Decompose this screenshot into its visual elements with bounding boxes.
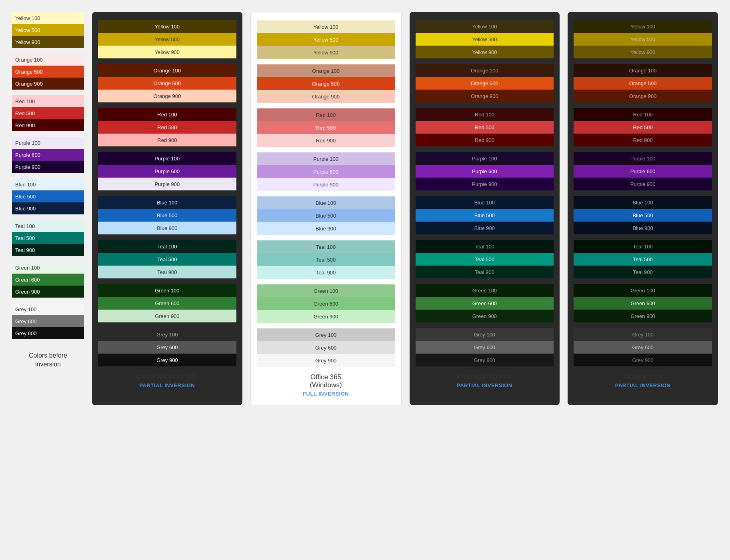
before-swatch: Orange 100 [12, 54, 84, 66]
color-swatch: Teal 500 [574, 253, 712, 266]
column-subtitle: PARTIAL INVERSION [574, 382, 712, 388]
color-swatch: Purple 600 [416, 165, 554, 178]
color-swatch: Green 900 [257, 310, 395, 323]
color-swatch: Blue 100 [98, 196, 236, 209]
column-title: Office 365 (mac OS) [98, 373, 236, 381]
color-swatch: Blue 500 [416, 209, 554, 222]
group-3: Purple 100Purple 600Purple 900 [257, 152, 395, 191]
color-swatch: Yellow 100 [416, 20, 554, 33]
color-swatch: Green 100 [416, 284, 554, 297]
color-swatch: Grey 600 [574, 341, 712, 354]
before-swatches: Yellow 100Yellow 500Yellow 900Orange 100… [12, 12, 84, 339]
color-swatch: Teal 100 [257, 240, 395, 253]
color-swatch: Green 600 [98, 297, 236, 310]
color-swatch: Orange 900 [574, 90, 712, 102]
before-swatch: Yellow 100 [12, 12, 84, 24]
group-6: Green 100Green 600Green 900 [574, 284, 712, 322]
before-swatch: Red 500 [12, 107, 84, 119]
before-group-grey: Grey 100Grey 600Grey 900 [12, 303, 84, 339]
color-swatch: Blue 900 [574, 222, 712, 234]
before-swatch: Grey 600 [12, 315, 84, 327]
before-swatch: Purple 100 [12, 137, 84, 149]
group-4: Blue 100Blue 500Blue 900 [257, 196, 395, 235]
column-footer: Office 365 (mac OS)PARTIAL INVERSION [98, 373, 236, 388]
color-swatch: Yellow 900 [416, 46, 554, 58]
color-swatch: Purple 600 [98, 165, 236, 178]
color-swatch: Grey 600 [257, 341, 395, 354]
color-swatch: Blue 900 [98, 222, 236, 234]
color-swatch: Orange 500 [416, 77, 554, 90]
color-swatch: Yellow 500 [98, 33, 236, 46]
group-2: Red 100Red 500Red 900 [98, 108, 236, 146]
group-3: Purple 100Purple 600Purple 900 [574, 152, 712, 190]
before-swatch: Red 100 [12, 95, 84, 107]
color-swatch: Yellow 900 [257, 46, 395, 59]
color-swatch: Red 900 [98, 134, 236, 146]
before-swatch: Orange 500 [12, 66, 84, 78]
color-swatch: Red 900 [416, 134, 554, 146]
color-swatch: Green 600 [574, 297, 712, 310]
color-swatch: Yellow 100 [98, 20, 236, 33]
before-group-yellow: Yellow 100Yellow 500Yellow 900 [12, 12, 84, 48]
color-swatch: Teal 100 [416, 240, 554, 253]
group-7: Grey 100Grey 600Grey 900 [574, 328, 712, 366]
column-footer: Outlook.comPARTIAL INVERSION [574, 373, 712, 388]
color-swatch: Blue 100 [574, 196, 712, 209]
before-swatch: Green 600 [12, 274, 84, 286]
main-container: Yellow 100Yellow 500Yellow 900Orange 100… [12, 12, 718, 405]
before-group-purple: Purple 100Purple 600Purple 900 [12, 137, 84, 173]
before-swatch: Red 900 [12, 119, 84, 131]
color-swatch: Orange 900 [98, 90, 236, 102]
color-swatch: Yellow 900 [98, 46, 236, 58]
before-group-orange: Orange 100Orange 500Orange 900 [12, 54, 84, 90]
group-2: Red 100Red 500Red 900 [574, 108, 712, 146]
column-title: Outlook.com [574, 373, 712, 381]
group-0: Yellow 100Yellow 500Yellow 900 [98, 20, 236, 58]
column-footer: Gmail app (Android)PARTIAL INVERSION [416, 373, 554, 388]
color-swatch: Orange 900 [416, 90, 554, 102]
color-swatch: Orange 100 [98, 64, 236, 77]
color-swatch: Yellow 500 [574, 33, 712, 46]
before-swatch: Green 100 [12, 262, 84, 274]
column-subtitle: FULL INVERSION [257, 391, 395, 397]
column-subtitle: PARTIAL INVERSION [416, 382, 554, 388]
app-column-2: Yellow 100Yellow 500Yellow 900Orange 100… [410, 12, 560, 405]
color-swatch: Teal 100 [574, 240, 712, 253]
column-footer: Office 365 (Windows)FULL INVERSION [257, 373, 395, 397]
group-6: Green 100Green 600Green 900 [98, 284, 236, 322]
color-swatch: Orange 100 [257, 64, 395, 77]
color-swatch: Blue 500 [574, 209, 712, 222]
group-2: Red 100Red 500Red 900 [416, 108, 554, 146]
before-group-red: Red 100Red 500Red 900 [12, 95, 84, 131]
column-title: Gmail app (Android) [416, 373, 554, 381]
color-swatch: Blue 900 [416, 222, 554, 234]
column-subtitle: PARTIAL INVERSION [98, 382, 236, 388]
color-swatch: Purple 100 [257, 152, 395, 165]
group-5: Teal 100Teal 500Teal 900 [98, 240, 236, 278]
color-swatch: Grey 100 [574, 328, 712, 341]
color-swatch: Orange 500 [98, 77, 236, 90]
color-swatch: Green 900 [574, 310, 712, 322]
group-1: Orange 100Orange 500Orange 900 [98, 64, 236, 102]
color-swatch: Grey 600 [416, 341, 554, 354]
before-swatch: Grey 100 [12, 303, 84, 315]
color-swatch: Yellow 100 [257, 20, 395, 33]
color-swatch: Teal 500 [257, 253, 395, 266]
color-swatch: Green 600 [416, 297, 554, 310]
group-4: Blue 100Blue 500Blue 900 [98, 196, 236, 234]
color-swatch: Blue 100 [257, 196, 395, 209]
columns-container: Yellow 100Yellow 500Yellow 900Orange 100… [92, 12, 718, 405]
color-swatch: Teal 900 [574, 266, 712, 278]
color-swatch: Blue 500 [98, 209, 236, 222]
color-swatch: Green 100 [98, 284, 236, 297]
before-swatch: Purple 900 [12, 161, 84, 173]
color-swatch: Red 900 [574, 134, 712, 146]
before-swatch: Green 900 [12, 286, 84, 298]
group-3: Purple 100Purple 600Purple 900 [416, 152, 554, 190]
color-swatch: Red 100 [257, 108, 395, 121]
before-swatch: Yellow 900 [12, 36, 84, 48]
color-swatch: Orange 500 [257, 77, 395, 90]
color-swatch: Blue 500 [257, 209, 395, 222]
color-swatch: Red 100 [574, 108, 712, 121]
group-2: Red 100Red 500Red 900 [257, 108, 395, 147]
